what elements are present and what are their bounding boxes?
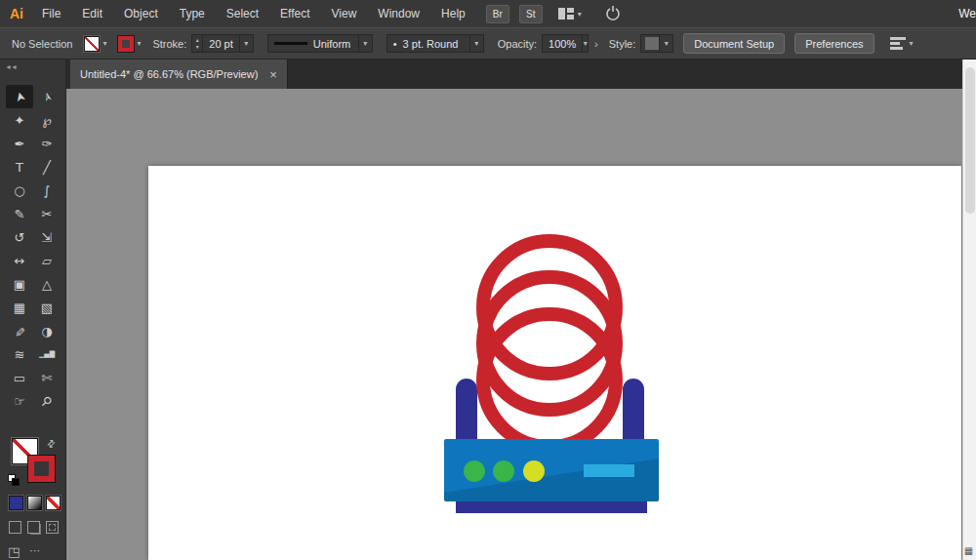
shape-builder-tool[interactable]: ▣ [6,272,33,296]
scale-tool[interactable]: ⇲ [33,225,61,249]
device-port[interactable] [584,464,634,477]
gradient-tool[interactable]: ▧ [33,296,61,319]
curvature-tool[interactable]: ✑ [33,132,61,155]
artwork-cable-reel [148,166,961,560]
type-tool[interactable]: T [6,155,33,179]
indicator-light-1[interactable] [464,460,485,482]
menu-file[interactable]: File [31,0,71,27]
screen-mode-icon[interactable]: ◳ [8,544,20,559]
document-tab[interactable]: Untitled-4* @ 66.67% (RGB/Preview) × [70,60,288,89]
stepper-up-icon[interactable]: ▴ [196,37,199,44]
ellipse-tool[interactable]: ○ [6,179,33,202]
tab-close-icon[interactable]: × [269,68,277,81]
stock-button[interactable]: St [519,5,543,23]
color-button[interactable] [9,496,23,510]
brush-bullet-icon: • [387,38,397,50]
pen-tool[interactable]: ✒ [6,132,33,155]
document-setup-button[interactable]: Document Setup [683,33,785,54]
swap-fill-stroke-icon[interactable]: ⇄ [44,437,58,451]
stroke-color-control[interactable]: ▾ [118,36,141,52]
eyedropper-tool[interactable]: ✐ [6,319,33,342]
corner-grid-icon[interactable]: ▦ [963,545,974,556]
stroke-weight-field[interactable]: 20 pt ▾ [202,34,253,53]
zoom-tool[interactable]: ⚲ [33,389,61,413]
scissors-tool[interactable]: ✂ [33,202,61,225]
line-segment-tool[interactable]: ╱ [33,155,61,179]
slice-icon: ✄ [42,371,53,385]
collapse-panel-icon[interactable]: ◄◄ [5,63,17,70]
width-tool[interactable]: ↔ [6,249,33,272]
menu-select[interactable]: Select [216,0,269,27]
stroke-weight-value: 20 pt [203,38,238,50]
paintbrush-tool[interactable]: ∫ [33,179,61,202]
vertical-scrollbar-thumb[interactable] [965,67,975,214]
symbol-sprayer-tool[interactable]: ≋ [6,342,33,366]
slice-tool[interactable]: ✄ [33,366,61,389]
cable-coil-ring-2[interactable] [483,277,616,410]
gradient-button[interactable] [27,496,42,510]
opacity-panel-arrow-icon[interactable]: › [591,38,601,50]
more-options-icon[interactable]: ⋯ [29,544,40,559]
menu-window[interactable]: Window [367,0,430,27]
mesh-tool[interactable]: ▦ [6,296,33,319]
workspace-switcher[interactable]: ▾ [558,8,582,20]
window-right-text: We [958,7,976,20]
opacity-field[interactable]: 100% ▾ [542,34,589,53]
none-button[interactable] [46,496,61,510]
vertical-scrollbar[interactable] [962,60,976,560]
indicator-light-3[interactable] [523,460,545,482]
rotate-icon: ↺ [15,230,25,245]
artboard-tool[interactable]: ▭ [6,366,33,389]
artboard-icon: ▭ [14,371,25,385]
menu-effect[interactable]: Effect [269,0,320,27]
gradient-icon: ▧ [41,300,53,315]
device-base[interactable] [456,501,647,513]
artboard[interactable] [148,166,961,560]
lasso-tool[interactable]: ℘ [33,108,61,132]
opacity-label[interactable]: Opacity: [498,38,537,50]
pencil-tool[interactable]: ✎ [6,202,33,225]
style-dropdown[interactable]: ▾ [640,34,673,53]
illustrator-window: Ai File Edit Object Type Select Effect V… [0,0,976,560]
app-status-icon[interactable] [605,5,621,23]
chevron-down-icon: ▾ [137,39,141,48]
preferences-button[interactable]: Preferences [794,33,874,54]
hand-tool[interactable]: ☞ [6,389,33,413]
menu-view[interactable]: View [321,0,368,27]
canvas-area[interactable] [66,89,962,560]
magic-wand-tool[interactable]: ✦ [6,108,33,132]
free-transform-tool[interactable]: ▱ [33,249,61,272]
menu-edit[interactable]: Edit [71,0,113,27]
chevron-down-icon[interactable]: ▾ [239,35,253,52]
chevron-down-icon: ▾ [578,10,582,19]
stroke-weight-stepper[interactable]: ▴ ▾ [191,34,202,53]
chevron-down-icon[interactable]: ▾ [358,35,372,52]
menu-type[interactable]: Type [169,0,216,27]
column-graph-tool[interactable]: ▁▄▇ [33,342,61,366]
blend-tool[interactable]: ◑ [33,319,61,342]
perspective-grid-tool[interactable]: △ [33,272,61,296]
rotate-tool[interactable]: ↺ [6,225,33,249]
stroke-swatch[interactable] [28,456,55,482]
width-profile-dropdown[interactable]: Uniform ▾ [267,34,373,53]
selection-tool[interactable]: ➤ [6,85,33,108]
fill-color-control[interactable]: ▾ [84,36,106,52]
indicator-light-2[interactable] [493,460,514,482]
menu-help[interactable]: Help [430,0,476,27]
tools-panel: ◄◄ ➤➢✦℘✒✑T╱○∫✎✂↺⇲↔▱▣△▦▧✐◑≋▁▄▇▭✄☞⚲ ⇄ ◳ ⋯ [0,60,66,560]
draw-inside-icon[interactable] [46,521,59,534]
chevron-down-icon[interactable]: ▾ [659,35,672,52]
brush-dropdown[interactable]: • 3 pt. Round ▾ [386,34,484,53]
arrange-options[interactable]: ▾ [890,37,914,51]
draw-normal-icon[interactable] [9,521,21,534]
menu-object[interactable]: Object [113,0,169,27]
chevron-down-icon: ▾ [102,39,106,48]
stroke-color-swatch-icon [118,36,134,52]
chevron-down-icon[interactable]: ▾ [582,35,588,52]
default-fill-stroke-icon[interactable] [8,474,20,486]
bridge-button[interactable]: Br [486,5,509,23]
direct-selection-tool[interactable]: ➢ [33,85,61,108]
draw-behind-icon[interactable] [27,521,40,534]
stepper-down-icon[interactable]: ▾ [196,44,199,51]
chevron-down-icon[interactable]: ▾ [469,35,483,52]
